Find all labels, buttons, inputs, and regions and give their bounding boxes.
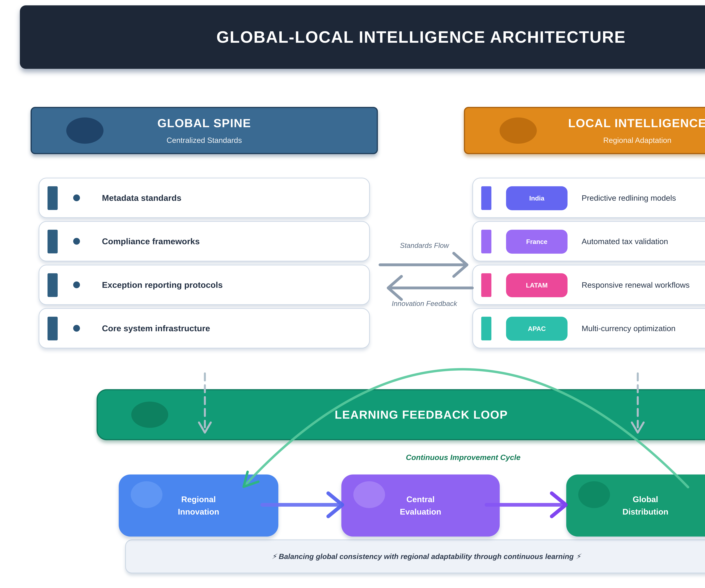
spine-card-exception: Exception reporting protocols	[39, 265, 370, 305]
stage-label-line2: Evaluation	[400, 508, 441, 516]
local-intelligence-oval-icon	[500, 118, 537, 144]
tagline-bar: ⚡ Balancing global consistency with regi…	[125, 540, 705, 573]
stage-regional-innovation: Regional Innovation	[119, 474, 278, 537]
stage-label-line2: Distribution	[622, 508, 668, 516]
standards-flow-arrow	[380, 253, 467, 276]
accent-bar	[481, 273, 491, 297]
stage-oval-icon	[578, 481, 610, 508]
bullet-icon	[73, 281, 80, 288]
innovation-feedback-arrow	[388, 276, 472, 300]
accent-bar	[481, 317, 491, 341]
stage-label-line1: Regional	[181, 495, 216, 503]
bullet-icon	[73, 325, 80, 332]
region-badge: LATAM	[506, 273, 567, 297]
learning-feedback-loop-banner: LEARNING FEEDBACK LOOP	[97, 389, 705, 440]
local-card-apac: APAC Multi-currency optimization	[472, 308, 705, 349]
local-item-label: Predictive redlining models	[581, 178, 676, 217]
region-badge: France	[506, 230, 567, 254]
bullet-icon	[73, 238, 80, 245]
bullet-icon	[73, 194, 80, 201]
spine-card-core: Core system infrastructure	[39, 308, 370, 349]
local-item-label: Automated tax validation	[581, 222, 668, 261]
banner-title: LEARNING FEEDBACK LOOP	[335, 408, 508, 421]
stage-central-evaluation: Central Evaluation	[341, 474, 500, 537]
page-title: GLOBAL-LOCAL INTELLIGENCE ARCHITECTURE	[217, 28, 626, 47]
spine-card-metadata: Metadata standards	[39, 178, 370, 218]
accent-bar	[48, 186, 58, 210]
banner-oval-icon	[131, 402, 168, 428]
spine-item-label: Exception reporting protocols	[102, 265, 223, 304]
innovation-feedback-label: Innovation Feedback	[354, 300, 495, 308]
accent-bar	[48, 230, 58, 254]
global-spine-title: GLOBAL SPINE	[157, 117, 251, 129]
accent-bar	[48, 273, 58, 297]
local-item-label: Multi-currency optimization	[581, 309, 675, 348]
stage-label-line1: Central	[407, 495, 435, 503]
global-spine-subtitle: Centralized Standards	[167, 136, 242, 144]
stage-label-line2: Innovation	[178, 508, 219, 516]
accent-bar	[48, 317, 58, 341]
stage-label-line1: Global	[633, 495, 658, 503]
stage-global-distribution: Global Distribution	[566, 474, 705, 537]
spine-item-label: Core system infrastructure	[102, 309, 210, 348]
tagline-text: ⚡ Balancing global consistency with regi…	[272, 552, 581, 561]
title-bar: GLOBAL-LOCAL INTELLIGENCE ARCHITECTURE	[20, 5, 705, 69]
global-spine-header: GLOBAL SPINE Centralized Standards	[31, 107, 378, 154]
local-card-france: France Automated tax validation	[472, 221, 705, 262]
local-intelligence-subtitle: Regional Adaptation	[603, 136, 671, 144]
stage-oval-icon	[131, 481, 162, 508]
stage-oval-icon	[354, 481, 385, 508]
local-intelligence-title: LOCAL INTELLIGENCE	[568, 117, 705, 129]
region-badge: APAC	[506, 317, 567, 341]
region-badge: India	[506, 186, 567, 210]
local-card-latam: LATAM Responsive renewal workflows	[472, 265, 705, 305]
continuous-improvement-label: Continuous Improvement Cycle	[322, 453, 604, 462]
accent-bar	[481, 186, 491, 210]
diagram-canvas: GLOBAL-LOCAL INTELLIGENCE ARCHITECTURE G…	[0, 0, 705, 588]
spine-item-label: Metadata standards	[102, 178, 182, 217]
spine-card-compliance: Compliance frameworks	[39, 221, 370, 262]
standards-flow-label: Standards Flow	[354, 241, 495, 250]
spine-item-label: Compliance frameworks	[102, 222, 200, 261]
local-intelligence-header: LOCAL INTELLIGENCE Regional Adaptation	[464, 107, 705, 154]
local-card-india: India Predictive redlining models	[472, 178, 705, 218]
global-spine-oval-icon	[66, 118, 103, 144]
local-item-label: Responsive renewal workflows	[581, 265, 690, 304]
